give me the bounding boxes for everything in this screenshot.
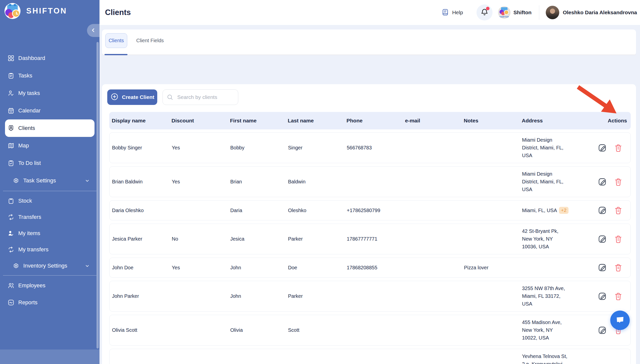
edit-client-button[interactable]	[597, 292, 607, 301]
sidebar-item-my-tasks[interactable]: My tasks	[0, 84, 100, 102]
sidebar-item-calendar[interactable]: Calendar	[0, 102, 100, 120]
app-logo[interactable]: SHIFTON	[5, 3, 67, 19]
column-header-address: Address	[522, 118, 580, 124]
edit-client-button[interactable]	[597, 234, 607, 244]
reports-icon	[8, 299, 15, 306]
edit-client-button[interactable]	[597, 263, 607, 272]
address-count-badge[interactable]: +2	[559, 207, 568, 214]
help-label: Help	[452, 10, 463, 16]
table-row: Brian Baldwin Yes Brian Baldwin Miami De…	[109, 166, 631, 197]
cell-phone: 17867777771	[347, 236, 405, 242]
edit-client-button[interactable]	[597, 177, 607, 186]
sidebar-item-map[interactable]: Map	[0, 137, 100, 154]
cell-address: Miami Design District, Miami, FL, USA	[522, 167, 580, 197]
sidebar-item-stock[interactable]: Stock	[0, 192, 100, 209]
sidebar-item-label: Calendar	[18, 108, 41, 114]
create-client-button[interactable]: Create Client	[107, 90, 157, 105]
tab-client-fields[interactable]: Client Fields	[136, 33, 164, 48]
workspace-name: Shifton	[513, 10, 531, 16]
cell-display-name: Daria Oleshko	[112, 208, 172, 213]
sidebar-item-label: Dashboard	[18, 55, 45, 62]
delete-client-button[interactable]	[613, 206, 623, 215]
delete-client-button[interactable]	[613, 143, 623, 153]
column-header-notes: Notes	[464, 118, 522, 124]
table-header: Display name Discount First name Last na…	[109, 112, 631, 130]
sidebar-item-transfers[interactable]: Transfers	[0, 209, 100, 225]
cell-phone: +17862580799	[347, 208, 405, 213]
column-header-last-name: Last name	[288, 118, 346, 124]
user-menu[interactable]: Oleshko Daria Aleksandrovna	[546, 6, 637, 19]
cell-display-name: Olivia Scott	[112, 327, 172, 333]
chevron-down-icon	[85, 263, 90, 268]
main-content: Clients Client Fields Create Client Disp…	[100, 25, 640, 364]
sidebar-item-label: Stock	[18, 198, 32, 204]
sidebar-item-label: Map	[18, 142, 29, 149]
sidebar: SHIFTON Dashboard Tasks My tasks Calenda…	[0, 0, 100, 364]
chevron-down-icon	[85, 178, 90, 183]
sidebar-item-clients[interactable]: Clients	[5, 120, 95, 137]
help-button[interactable]: Help	[441, 8, 463, 17]
cell-first-name: Brian	[230, 179, 288, 184]
chevron-left-icon	[90, 27, 96, 34]
topbar: Clients Help SHIFTON Shifton Oleshko Dar…	[100, 0, 640, 25]
cell-first-name: Olivia	[230, 327, 288, 333]
delete-client-button[interactable]	[613, 292, 623, 301]
dashboard-icon	[8, 55, 15, 62]
edit-client-button[interactable]	[597, 206, 607, 215]
transfers-icon	[8, 214, 15, 220]
table-row: Jesica Parker No Jesica Parker 178677777…	[109, 224, 631, 254]
cell-first-name: John	[230, 293, 288, 299]
clients-table-card: Create Client Display name Discount Firs…	[102, 84, 636, 364]
column-header-actions: Actions	[580, 118, 631, 124]
sidebar-divider	[3, 191, 97, 191]
sidebar-item-todo-list[interactable]: To Do list	[0, 154, 100, 172]
cell-display-name: Brian Baldwin	[112, 179, 172, 184]
sidebar-item-task-settings[interactable]: Task Settings	[0, 172, 100, 189]
edit-client-button[interactable]	[597, 326, 607, 335]
notifications-button[interactable]	[476, 4, 492, 20]
sidebar-item-my-transfers[interactable]: My transfers	[0, 241, 100, 258]
chat-fab-button[interactable]	[610, 310, 630, 330]
tab-clients[interactable]: Clients	[105, 33, 127, 48]
cell-actions	[580, 234, 630, 244]
cell-first-name: Jesica	[230, 236, 288, 242]
plus-circle-icon	[110, 92, 119, 102]
search-input[interactable]	[163, 90, 238, 105]
sidebar-collapse-button[interactable]	[87, 24, 100, 37]
search-box	[163, 90, 238, 105]
user-name: Oleshko Daria Aleksandrovna	[563, 10, 637, 16]
create-client-label: Create Client	[122, 94, 155, 100]
cell-address: 3255 NW 87th Ave, Miami, FL 33172, USA	[522, 281, 580, 311]
cell-last-name: Scott	[288, 327, 347, 333]
chat-bubble-icon	[615, 315, 625, 326]
delete-client-button[interactable]	[613, 234, 623, 244]
clients-icon	[8, 125, 15, 132]
cell-address: Yevhena Telnova St, 2 в, Kropyvnytskyi, …	[522, 349, 580, 364]
cell-address: Miami Design District, Miami, FL, USA	[522, 133, 580, 163]
toolbar: Create Client	[107, 90, 631, 105]
column-header-phone: Phone	[346, 118, 405, 124]
cell-phone: 566768783	[347, 145, 405, 151]
cell-first-name: Daria	[230, 208, 288, 213]
delete-client-button[interactable]	[613, 263, 623, 272]
sidebar-item-label: Reports	[18, 299, 38, 306]
table-row: Bobby Singer Yes Bobby Singer 566768783 …	[109, 132, 631, 163]
tabs-card: Clients Client Fields	[102, 30, 636, 55]
cell-display-name: John Doe	[112, 265, 172, 270]
sidebar-item-label: My transfers	[18, 246, 49, 253]
cell-actions	[580, 177, 630, 186]
notification-badge	[486, 7, 489, 10]
sidebar-item-reports[interactable]: Reports	[0, 294, 100, 311]
sidebar-item-inventory-settings[interactable]: Inventory Settings	[0, 258, 100, 274]
edit-client-button[interactable]	[597, 143, 607, 153]
cell-display-name: Jesica Parker	[112, 236, 172, 242]
sidebar-item-employees[interactable]: Employees	[0, 277, 100, 294]
sidebar-item-my-items[interactable]: My items	[0, 225, 100, 241]
delete-client-button[interactable]	[613, 177, 623, 186]
sidebar-item-tasks[interactable]: Tasks	[0, 67, 100, 84]
sidebar-item-dashboard[interactable]: Dashboard	[0, 50, 100, 67]
sidebar-item-label: Inventory Settings	[23, 262, 67, 269]
table-row: John Doe Yes John Doe 17868208855 Pizza …	[109, 258, 631, 278]
workspace-switcher[interactable]: SHIFTON Shifton	[498, 6, 531, 19]
tasks-icon	[8, 72, 15, 79]
